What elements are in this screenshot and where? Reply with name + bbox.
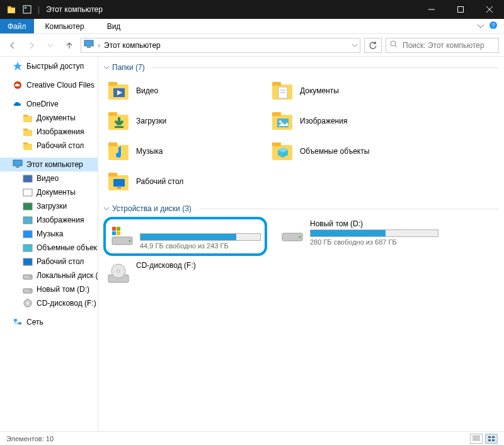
drive-icon xyxy=(106,261,131,286)
address-bar[interactable]: › Этот компьютер xyxy=(81,38,360,53)
svg-point-63 xyxy=(129,240,131,242)
item-icon xyxy=(23,215,33,225)
sidebar-label: Рабочий стол xyxy=(37,141,84,150)
folder-item[interactable]: Загрузки xyxy=(103,106,267,136)
folder-item[interactable]: Видео xyxy=(103,76,267,106)
minimize-button[interactable] xyxy=(417,0,446,19)
svg-rect-77 xyxy=(492,436,495,438)
close-button[interactable] xyxy=(475,0,504,19)
refresh-button[interactable] xyxy=(364,38,382,53)
sidebar-item[interactable]: Рабочий стол xyxy=(0,255,98,269)
drive-name: Новый том (D:) xyxy=(310,219,438,228)
nav-recent-dropdown[interactable] xyxy=(43,38,58,53)
drive-item[interactable]: Новый том (D:)280 ГБ свободно из 687 ГБ xyxy=(277,217,441,256)
svg-rect-5 xyxy=(458,7,464,13)
svg-rect-28 xyxy=(23,245,32,251)
search-input[interactable] xyxy=(401,40,498,50)
svg-rect-30 xyxy=(23,275,32,279)
sidebar-item[interactable]: Изображения xyxy=(0,125,98,139)
sidebar-quick-access[interactable]: Быстрый доступ xyxy=(0,59,98,73)
content-pane: Папки (7) ВидеоДокументыЗагрузкиИзображе… xyxy=(98,57,504,431)
view-details-button[interactable] xyxy=(470,434,483,444)
group-drives-header[interactable]: Устройства и диски (3) xyxy=(103,200,499,217)
drive-free-space: 280 ГБ свободно из 687 ГБ xyxy=(310,238,438,246)
nav-forward-button[interactable] xyxy=(24,38,39,53)
address-dropdown-icon[interactable] xyxy=(352,41,357,50)
sidebar-label: Рабочий стол xyxy=(37,257,84,266)
svg-rect-39 xyxy=(108,82,117,86)
svg-rect-15 xyxy=(23,116,32,122)
svg-rect-67 xyxy=(117,231,120,235)
tab-view[interactable]: Вид xyxy=(96,20,132,33)
svg-point-33 xyxy=(30,290,31,291)
ribbon-expand-icon[interactable] xyxy=(478,22,484,31)
status-bar: Элементов: 10 xyxy=(0,431,504,445)
sidebar-creative-cloud[interactable]: Creative Cloud Files xyxy=(0,78,98,92)
tab-file[interactable]: Файл xyxy=(0,19,34,33)
folder-icon xyxy=(270,139,295,164)
svg-rect-21 xyxy=(13,160,22,166)
svg-rect-1 xyxy=(8,6,11,8)
folder-name: Музыка xyxy=(136,147,163,156)
sidebar-onedrive[interactable]: OneDrive xyxy=(0,97,98,111)
sidebar-label: Новый том (D:) xyxy=(37,285,89,294)
sidebar-item[interactable]: Новый том (D:) xyxy=(0,282,98,296)
sidebar-label: Музыка xyxy=(37,229,63,238)
sidebar-item[interactable]: Локальный диск (C xyxy=(0,269,98,282)
sidebar-item[interactable]: Рабочий стол xyxy=(0,139,98,153)
drives-grid: Локальный диск (C:)44,9 ГБ свободно из 2… xyxy=(103,217,499,289)
address-separator[interactable]: › xyxy=(98,41,100,50)
maximize-button[interactable] xyxy=(446,0,475,19)
help-icon[interactable]: ? xyxy=(489,21,498,32)
address-location[interactable]: Этот компьютер xyxy=(104,41,161,50)
folder-item[interactable]: Музыка xyxy=(103,136,267,166)
sidebar-item[interactable]: Документы xyxy=(0,111,98,125)
sidebar-item[interactable]: Музыка xyxy=(0,227,98,241)
tab-computer[interactable]: Компьютер xyxy=(34,20,96,33)
item-icon xyxy=(23,201,33,211)
svg-point-72 xyxy=(117,270,120,272)
view-large-icons-button[interactable] xyxy=(485,434,498,444)
drive-item[interactable]: Локальный диск (C:)44,9 ГБ свободно из 2… xyxy=(103,217,267,256)
sidebar-item[interactable]: Видео xyxy=(0,171,98,185)
svg-rect-27 xyxy=(23,231,32,238)
item-icon xyxy=(23,243,33,253)
sidebar-label: Изображения xyxy=(37,127,84,136)
address-bar-row: › Этот компьютер xyxy=(0,34,504,57)
item-icon xyxy=(23,173,33,183)
folder-item[interactable]: Документы xyxy=(267,76,431,106)
folder-item[interactable]: Объемные объекты xyxy=(267,136,431,166)
nav-up-button[interactable] xyxy=(62,38,77,53)
svg-point-31 xyxy=(30,276,31,277)
svg-rect-76 xyxy=(488,436,491,438)
sidebar-item[interactable]: CD-дисковод (F:) xyxy=(0,296,98,310)
qat-properties-icon[interactable] xyxy=(23,5,32,14)
svg-point-35 xyxy=(27,303,29,304)
svg-rect-16 xyxy=(23,115,28,117)
sidebar-item[interactable]: Документы xyxy=(0,185,98,199)
nav-back-button[interactable] xyxy=(5,38,20,53)
drive-icon xyxy=(280,219,305,245)
svg-rect-29 xyxy=(23,258,32,265)
sidebar-label: Изображения xyxy=(37,216,84,224)
title-bar: | Этот компьютер xyxy=(0,0,504,19)
sidebar-label: Creative Cloud Files xyxy=(26,81,94,90)
search-box[interactable] xyxy=(386,38,499,53)
drive-item[interactable]: CD-дисковод (F:) xyxy=(103,258,267,289)
folder-name: Рабочий стол xyxy=(136,177,183,186)
sidebar-network[interactable]: Сеть xyxy=(0,315,98,329)
sidebar-item[interactable]: Загрузки xyxy=(0,199,98,213)
folder-item[interactable]: Изображения xyxy=(267,106,431,136)
chevron-down-icon xyxy=(103,64,110,71)
folder-item[interactable]: Рабочий стол xyxy=(103,166,267,197)
svg-rect-65 xyxy=(117,227,120,231)
sidebar-item[interactable]: Изображения xyxy=(0,213,98,227)
svg-rect-3 xyxy=(25,7,26,9)
svg-rect-22 xyxy=(16,166,20,168)
group-label: Папки (7) xyxy=(112,63,145,72)
sidebar-this-pc[interactable]: Этот компьютер xyxy=(0,158,98,171)
folder-icon xyxy=(23,141,33,151)
folder-icon xyxy=(106,108,131,134)
sidebar-item[interactable]: Объемные объек xyxy=(0,241,98,255)
group-folders-header[interactable]: Папки (7) xyxy=(103,59,499,76)
